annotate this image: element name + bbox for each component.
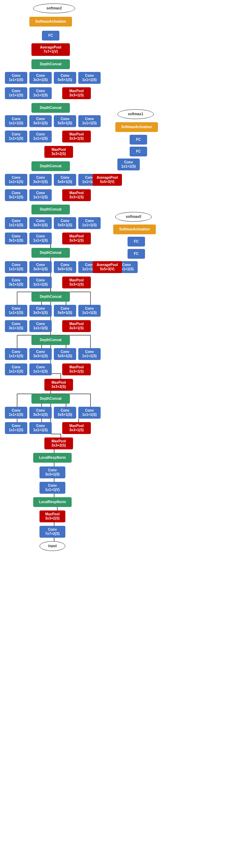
conv-1x1-2c: Conv3x1+1(S) (5, 320, 27, 332)
conv-1x1-5a: Conv1x1+1(S) (5, 174, 27, 186)
conv-1x1-7c: Conv1x1+1(S) (5, 87, 27, 99)
fc-1a: FC (130, 147, 147, 156)
conv-1x1-4c: Conv3x1+1(S) (5, 233, 27, 244)
conv-3x3-4: Conv3x3+1(S) (29, 217, 52, 229)
maxpool-2: MaxPool3x3+1(S) (62, 320, 91, 332)
softmax-activation-2: SoftmaxActivation (29, 17, 72, 27)
conv-1x1-0a: Conv1x1+1(S) (5, 407, 27, 419)
conv-5x5-6: Conv5x5+1(S) (54, 115, 76, 127)
depthconcat-2: DepthConcat (31, 292, 70, 302)
conv-1x1-3d: Conv1x1+1(S) (29, 277, 52, 288)
conv-1x1-1d: Conv1x1+1(S) (29, 363, 52, 375)
avgpool-5: AveragePool5x5+3(V) (93, 174, 122, 186)
softmax0-node: softmax0 (115, 212, 152, 222)
conv-5x5-1: Conv5x5+1(S) (54, 348, 76, 360)
conv-1x1-3a: Conv1x1+1(S) (5, 261, 27, 273)
maxpool-6b: MaxPool3x3+2(S) (44, 146, 73, 158)
depthconcat-3: DepthConcat (31, 248, 70, 258)
depthconcat-6: DepthConcat (31, 103, 70, 113)
maxpool-1: MaxPool3x3+1(S) (62, 363, 91, 375)
maxpool-3: MaxPool3x3+1(S) (62, 277, 91, 288)
maxpool-0: MaxPool3x3+1(S) (62, 422, 91, 434)
architecture-diagram: softmax2 SoftmaxActivation FC AveragePoo… (0, 0, 239, 868)
conv-1x1-4a: Conv1x1+1(S) (5, 217, 27, 229)
conv-3x3-2: Conv3x3+1(S) (29, 305, 52, 317)
conv-1x1-6b: Conv1x1+1(S) (78, 115, 101, 127)
conv-1x1-5c: Conv3x1+1(S) (5, 189, 27, 201)
conv-1x1-0b: Conv1x1+1(S) (78, 407, 101, 419)
maxpool-4: MaxPool3x3+1(S) (62, 233, 91, 244)
fc-0a: FC (128, 249, 145, 259)
conv-1x1-2b: Conv1x1+1(S) (78, 305, 101, 317)
conv-5x5-5: Conv5x5+1(S) (54, 174, 76, 186)
fc-0b: FC (128, 237, 145, 247)
maxpool-6: MaxPool3x3+1(S) (62, 131, 91, 142)
conv-5x5-4: Conv5x5+1(S) (54, 217, 76, 229)
conv-1x1-6c: Conv1x1+1(S) (5, 131, 27, 142)
conv-7x7-stem: Conv7x7+2(S) (39, 526, 65, 538)
conv-3x3-1: Conv3x3+1(S) (29, 348, 52, 360)
softmax-activation-1: SoftmaxActivation (115, 122, 158, 132)
maxpool-1b: MaxPool3x3+2(S) (44, 379, 73, 391)
conv-1x1-4b: Conv1x1+1(S) (78, 217, 101, 229)
conv-5x5-0: Conv5x5+1(S) (54, 407, 76, 419)
conv-1x1-1c: Conv1x1+1(S) (5, 363, 27, 375)
avgpool-7x7: AveragePool7x7+1(V) (31, 43, 70, 56)
depthconcat-1: DepthConcat (31, 335, 70, 345)
conv-1x1-6a: Conv1x1+1(S) (5, 115, 27, 127)
conv-3x3-0: Conv3x3+1(S) (29, 407, 52, 419)
conv-1x1-7a: Conv1x1+1(S) (5, 72, 27, 84)
conv-side-1: Conv1x1+1(S) (117, 159, 140, 170)
conv-1x1-7b: Conv1x1+1(S) (78, 72, 101, 84)
localrespnorm-0: LocalRespNorm (33, 497, 72, 507)
softmax1-node: softmax1 (117, 109, 154, 119)
softmax-activation-0: SoftmaxActivation (113, 225, 156, 234)
maxpool-0b: MaxPool3x3+2(S) (44, 437, 73, 449)
maxpool-stem: MaxPool3x3+2(S) (39, 510, 65, 522)
depthconcat-5: DepthConcat (31, 161, 70, 171)
conv-1x1-0d: Conv1x1+1(S) (29, 422, 52, 434)
conv-1x1-4d: Conv1x1+1(S) (29, 233, 52, 244)
avgpool-3: AveragePool5x5+3(V) (93, 261, 122, 273)
conv-1x1-6d: Conv1x1+1(S) (29, 131, 52, 142)
softmax2-node: softmax2 (33, 3, 75, 13)
depthconcat-0: DepthConcat (31, 394, 70, 404)
conv-1x1-1b: Conv1x1+1(S) (78, 348, 101, 360)
conv-5x5-7: Conv5x5+1(S) (54, 72, 76, 84)
depthconcat-4: DepthConcat (31, 205, 70, 214)
conv-1x1-7d: Conv1x1+1(S) (29, 87, 52, 99)
input-node: input (39, 541, 65, 551)
depthconcat-7: DepthConcat (31, 59, 70, 69)
conv-5x5-3: Conv5x5+1(S) (54, 261, 76, 273)
maxpool-5: MaxPool3x3+1(S) (62, 189, 91, 201)
conv-1x1-0c: Conv1x1+1(S) (5, 422, 27, 434)
conv-3x3-7: Conv3x3+1(S) (29, 72, 52, 84)
conv-3x3-6: Conv3x3+1(S) (29, 115, 52, 127)
localrespnorm-1: LocalRespNorm (33, 453, 72, 463)
conv-3x3-stem: Conv3x3+1(S) (39, 466, 65, 478)
maxpool-7: MaxPool3x3+1(S) (62, 87, 91, 99)
conv-1x1-5d: Conv1x1+1(S) (29, 189, 52, 201)
conv-1x1-2a: Conv1x1+1(S) (5, 305, 27, 317)
conv-5x5-2: Conv5x5+1(S) (54, 305, 76, 317)
conv-3x3-5: Conv3x3+1(S) (29, 174, 52, 186)
conv-3x3-3: Conv3x3+1(S) (29, 261, 52, 273)
conv-1x1-1a: Conv1x1+1(S) (5, 348, 27, 360)
fc-1b: FC (130, 135, 147, 145)
fc-2: FC (42, 31, 59, 41)
conv-1x1-stem: Conv1x1+1(V) (39, 482, 65, 494)
conv-1x1-2d: Conv1x1+1(S) (29, 320, 52, 332)
conv-1x1-3c: Conv3x1+1(S) (5, 277, 27, 288)
